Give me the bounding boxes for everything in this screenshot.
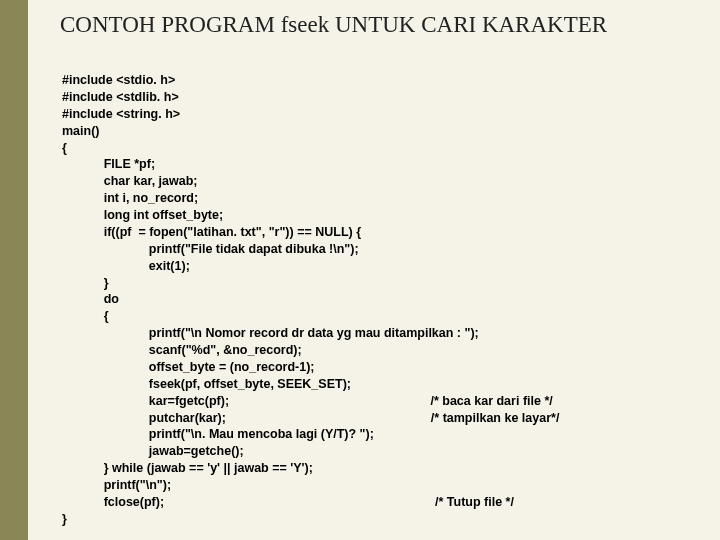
code-line: printf("\n Nomor record dr data yg mau d… [62, 326, 479, 340]
code-line: fseek(pf, offset_byte, SEEK_SET); [62, 377, 351, 391]
code-line: { [62, 309, 109, 323]
code-line: { [62, 141, 67, 155]
code-line: #include <stdio. h> [62, 73, 175, 87]
code-line: printf("\n. Mau mencoba lagi (Y/T)? "); [62, 427, 374, 441]
code-line: } [62, 276, 109, 290]
code-line: offset_byte = (no_record-1); [62, 360, 314, 374]
code-line: FILE *pf; [62, 157, 155, 171]
code-line: } while (jawab == 'y' || jawab == 'Y'); [62, 461, 313, 475]
code-line: #include <string. h> [62, 107, 180, 121]
accent-bar [0, 0, 28, 540]
code-block: #include <stdio. h> #include <stdlib. h>… [62, 72, 559, 528]
code-line: scanf("%d", &no_record); [62, 343, 302, 357]
slide-title: CONTOH PROGRAM fseek UNTUK CARI KARAKTER [60, 12, 607, 38]
code-line: if((pf = fopen("latihan. txt", "r")) == … [62, 225, 361, 239]
code-line: do [62, 292, 119, 306]
code-line: long int offset_byte; [62, 208, 223, 222]
code-line: jawab=getche(); [62, 444, 244, 458]
code-line: #include <stdlib. h> [62, 90, 179, 104]
code-line: putchar(kar); /* tampilkan ke layar*/ [62, 411, 559, 425]
code-line: printf("\n"); [62, 478, 171, 492]
code-line: kar=fgetc(pf); /* baca kar dari file */ [62, 394, 553, 408]
code-line: exit(1); [62, 259, 190, 273]
code-line: int i, no_record; [62, 191, 198, 205]
code-line: printf("File tidak dapat dibuka !\n"); [62, 242, 359, 256]
code-line: } [62, 512, 67, 526]
code-line: fclose(pf); /* Tutup file */ [62, 495, 514, 509]
code-line: main() [62, 124, 100, 138]
code-line: char kar, jawab; [62, 174, 197, 188]
